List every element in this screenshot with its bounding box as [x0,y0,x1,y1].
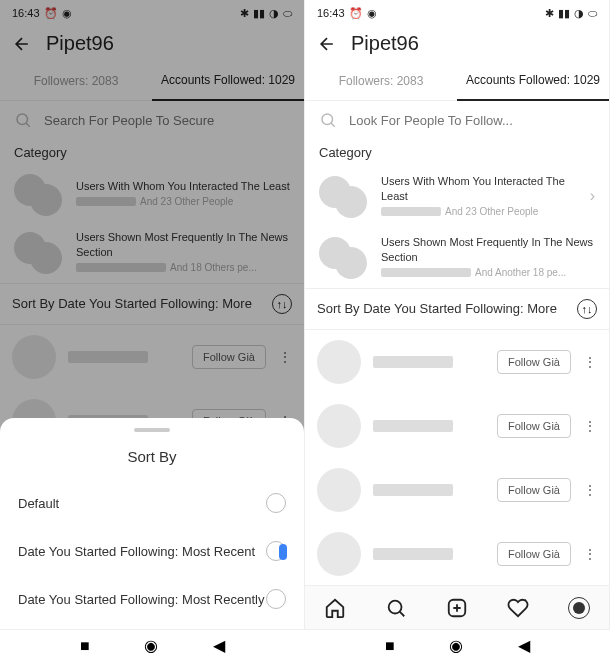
back-icon[interactable] [12,34,32,54]
option-label: Default [18,496,59,511]
wifi-icon: ◑ [574,7,584,20]
more-icon[interactable]: ⋮ [583,355,597,369]
chevron-right-icon: › [590,187,595,205]
back-button-icon[interactable]: ◀ [213,636,225,655]
bluetooth-icon: ✱ [240,7,249,20]
wifi-icon: ◑ [269,7,279,20]
placeholder-bar [68,351,148,363]
home-button-icon[interactable]: ◉ [449,636,463,655]
battery-icon: ⬭ [283,7,292,20]
search-row[interactable] [0,101,304,139]
category-item-frequent[interactable]: Users Shown Most Frequently In The News … [305,227,609,288]
tab-following[interactable]: Accounts Followed: 1029 [457,61,609,101]
avatar-stack [319,176,371,216]
category-sub: And Another 18 pe... [475,266,566,280]
follow-row: Follow Già ⋮ [305,394,609,458]
sort-icon[interactable]: ↑↓ [272,294,292,314]
follow-button[interactable]: Follow Già [497,478,571,502]
pin-icon: ◉ [62,7,72,20]
avatar-stack [14,174,66,214]
follow-row: Follow Già ⋮ [305,522,609,586]
back-icon[interactable] [317,34,337,54]
avatar[interactable] [317,340,361,384]
follow-button[interactable]: Follow Già [497,542,571,566]
page-title: Pipet96 [46,32,114,55]
placeholder-bar [373,420,453,432]
add-icon[interactable] [445,596,469,620]
radio-icon[interactable] [266,541,286,561]
sheet-option-recent[interactable]: Date You Started Following: Most Recent [0,527,304,575]
back-button-icon[interactable]: ◀ [518,636,530,655]
pin-icon: ◉ [367,7,377,20]
placeholder-bar [76,263,166,272]
avatar-stack [319,237,371,277]
home-button-icon[interactable]: ◉ [144,636,158,655]
alarm-icon: ⏰ [44,7,58,20]
category-item-least[interactable]: Users With Whom You Interacted The Least… [305,166,609,227]
header: Pipet96 [305,26,609,61]
more-icon[interactable]: ⋮ [278,350,292,364]
search-icon [14,111,32,129]
placeholder-bar [373,356,453,368]
tab-followers[interactable]: Followers: 2083 [0,61,152,101]
recent-apps-icon[interactable]: ■ [80,637,90,655]
avatar[interactable] [317,532,361,576]
alarm-icon: ⏰ [349,7,363,20]
radio-icon[interactable] [266,589,286,609]
search-row[interactable] [305,101,609,139]
battery-icon: ⬭ [588,7,597,20]
sheet-option-recently[interactable]: Date You Started Following: Most Recentl… [0,575,304,623]
more-icon[interactable]: ⋮ [583,483,597,497]
placeholder-bar [373,548,453,560]
search-input[interactable] [349,113,595,128]
sort-text: Sort By Date You Started Following: More [317,301,557,316]
bluetooth-icon: ✱ [545,7,554,20]
follow-row: Follow Già ⋮ [305,458,609,522]
tabs: Followers: 2083 Accounts Followed: 1029 [305,61,609,101]
profile-icon[interactable] [567,596,591,620]
status-bar: 16:43 ⏰ ◉ ✱ ▮▮ ◑ ⬭ [0,0,304,26]
search-input[interactable] [44,113,290,128]
follow-button[interactable]: Follow Già [497,350,571,374]
category-title: Users With Whom You Interacted The Least [381,174,580,205]
more-icon[interactable]: ⋮ [583,547,597,561]
follow-button[interactable]: Follow Già [192,345,266,369]
category-title: Users Shown Most Frequently In The News … [76,230,290,261]
avatar[interactable] [12,335,56,379]
signal-icon: ▮▮ [253,7,265,20]
sort-bottom-sheet: Sort By Default Date You Started Followi… [0,418,304,629]
sheet-option-default[interactable]: Default [0,479,304,527]
placeholder-bar [381,207,441,216]
sort-row[interactable]: Sort By Date You Started Following: More… [305,288,609,330]
home-icon[interactable] [323,596,347,620]
option-label: Date You Started Following: Most Recent [18,544,255,559]
tab-followers[interactable]: Followers: 2083 [305,61,457,101]
follow-row: Follow Già ⋮ [0,325,304,389]
bottom-nav [305,585,609,629]
category-item-least[interactable]: Users With Whom You Interacted The Least… [0,166,304,222]
more-icon[interactable]: ⋮ [583,419,597,433]
sheet-handle[interactable] [134,428,170,432]
search-icon[interactable] [384,596,408,620]
recent-apps-icon[interactable]: ■ [385,637,395,655]
screen-right: 16:43 ⏰ ◉ ✱ ▮▮ ◑ ⬭ Pipet96 Followers: 20… [305,0,610,629]
category-item-frequent[interactable]: Users Shown Most Frequently In The News … [0,222,304,283]
svg-point-0 [17,114,28,125]
avatar[interactable] [317,468,361,512]
status-bar: 16:43 ⏰ ◉ ✱ ▮▮ ◑ ⬭ [305,0,609,26]
sort-icon[interactable]: ↑↓ [577,299,597,319]
header: Pipet96 [0,26,304,61]
page-title: Pipet96 [351,32,419,55]
heart-icon[interactable] [506,596,530,620]
status-time: 16:43 [317,7,345,19]
follow-button[interactable]: Follow Già [497,414,571,438]
screen-left: 16:43 ⏰ ◉ ✱ ▮▮ ◑ ⬭ Pipet96 Followers: 20… [0,0,305,629]
sheet-title: Sort By [0,442,304,479]
placeholder-bar [373,484,453,496]
category-sub: And 18 Others pe... [170,261,257,275]
sort-row[interactable]: Sort By Date You Started Following: More… [0,283,304,325]
avatar[interactable] [317,404,361,448]
radio-icon[interactable] [266,493,286,513]
category-label: Category [305,139,609,166]
tab-following[interactable]: Accounts Followed: 1029 [152,61,304,101]
